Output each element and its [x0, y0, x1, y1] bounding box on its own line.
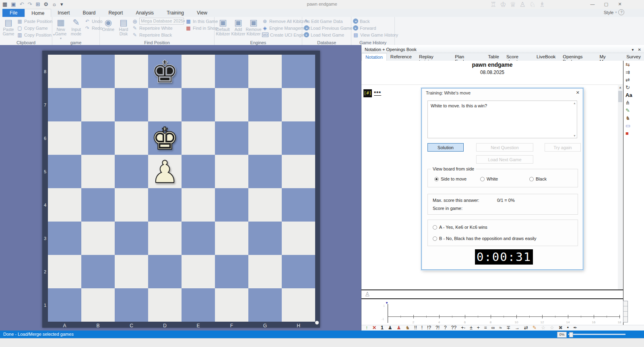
promote-variation-icon[interactable]: 1 [381, 325, 384, 331]
solution-button[interactable]: Solution [427, 143, 464, 152]
square-f1[interactable] [215, 288, 248, 322]
square-g2[interactable] [248, 255, 282, 288]
square-d4[interactable] [148, 188, 182, 222]
view-side-black-radio[interactable] [529, 177, 534, 181]
nag-blunder[interactable]: ?? [451, 325, 456, 331]
square-f4[interactable] [215, 188, 248, 222]
highlight-pen-icon[interactable]: ✎ [533, 325, 537, 331]
position-setup-icon[interactable]: ⊞ [35, 1, 40, 8]
tab-view[interactable]: View [190, 9, 214, 17]
annotation-pencil-icon[interactable]: ✎ [623, 107, 644, 114]
stop-square-icon[interactable]: ■ [623, 129, 644, 137]
paste-position-button[interactable]: ▦Paste Position [17, 18, 55, 24]
database-combobox[interactable]: ◎Mega Database 2025▾ [132, 18, 184, 24]
square-e5[interactable] [182, 155, 215, 188]
square-h1[interactable] [282, 288, 315, 322]
load-next-game-button[interactable]: ▸Load Next Game [304, 32, 352, 38]
nag-brilliant-move[interactable]: !! [414, 325, 417, 331]
white-pawn[interactable]: ♟ [148, 155, 182, 188]
board-resize-dot[interactable] [315, 321, 319, 324]
square-b1[interactable] [81, 288, 115, 322]
square-a8[interactable] [48, 55, 81, 88]
chess-board[interactable]: ♚♚♟ [48, 55, 315, 322]
settings-gear-icon[interactable]: ⚙ [43, 1, 48, 8]
tab-board[interactable]: Board [76, 9, 102, 17]
square-e4[interactable] [182, 188, 215, 222]
square-e8[interactable] [182, 55, 215, 88]
remove-kibitzer-button[interactable]: ▣RemoveKibitzer [246, 17, 261, 40]
eraser-icon[interactable]: ▭ [623, 122, 644, 129]
square-h4[interactable] [282, 188, 315, 222]
nag-interesting-move[interactable]: !? [427, 325, 431, 331]
tab-file[interactable]: File [2, 9, 25, 17]
square-c6[interactable] [115, 121, 148, 155]
square-c5[interactable] [115, 155, 148, 188]
view-side-white-radio[interactable] [480, 177, 485, 181]
more-commands-icon[interactable]: ▾ [60, 1, 63, 8]
square-c1[interactable] [115, 288, 148, 322]
star-icon[interactable]: ☆ [541, 325, 545, 331]
square-d2[interactable] [148, 255, 182, 288]
answer-a-y-radio[interactable] [433, 225, 437, 230]
tab-insert[interactable]: Insert [51, 9, 76, 17]
paste-game-button[interactable]: ▤PasteGame [1, 17, 16, 40]
star-icon-2[interactable]: ☆ [550, 325, 554, 331]
nag-white-better[interactable]: ± [470, 325, 473, 331]
view-side-side-to-move[interactable]: Side to move [434, 177, 466, 181]
square-g6[interactable] [248, 121, 282, 155]
square-b2[interactable] [81, 255, 115, 288]
square-g4[interactable] [248, 188, 282, 222]
copy-position-button[interactable]: ▥Copy Position▾ [17, 32, 55, 38]
question-scroll-down-icon[interactable]: ▼ [573, 134, 576, 137]
zoom-slider-thumb[interactable] [569, 332, 573, 337]
training-question-box[interactable]: White to move. Is this a win? ▲ ▼ [427, 101, 577, 138]
square-e3[interactable] [182, 222, 215, 255]
square-a7[interactable] [48, 88, 81, 121]
white-king[interactable]: ♚ [148, 121, 182, 155]
square-b8[interactable] [81, 55, 115, 88]
variation-arrows-icon[interactable]: ⇉ [623, 68, 644, 76]
nag-white-winning[interactable]: +- [461, 325, 465, 331]
replay-move-icon[interactable]: ↻ [623, 84, 644, 91]
text-format-icon[interactable]: Aa [623, 91, 644, 99]
help-icon[interactable]: ? [618, 9, 624, 15]
nag-white-slightly-better[interactable]: + [477, 325, 480, 331]
square-b3[interactable] [81, 222, 115, 255]
input-mode-button[interactable]: ✎Inputmode [68, 17, 84, 40]
tab-analysis[interactable]: Analysis [129, 9, 160, 17]
nag-good-arrow-icon[interactable]: ↑ [365, 325, 368, 331]
close-button[interactable]: ✕ [613, 0, 627, 8]
training-dialog-titlebar[interactable]: Training: White's move ✕ [422, 88, 583, 97]
square-a4[interactable] [48, 188, 81, 222]
nag-good-move[interactable]: ! [421, 325, 423, 331]
nag-dubious-move[interactable]: ?! [436, 325, 440, 331]
square-g3[interactable] [248, 222, 282, 255]
square-h2[interactable] [282, 255, 315, 288]
game-tree-icon[interactable]: ⋔ [623, 99, 644, 107]
square-b6[interactable] [81, 121, 115, 155]
square-e7[interactable] [182, 88, 215, 121]
next-question-button[interactable]: Next Question [476, 143, 533, 152]
square-h8[interactable] [282, 55, 315, 88]
black-pawn-icon[interactable]: ♟ [388, 325, 392, 331]
square-g8[interactable] [248, 55, 282, 88]
scrollbar-thumb[interactable] [618, 91, 622, 102]
panel-tab-openings-book[interactable]: Openings Book [559, 53, 596, 61]
in-this-game-button[interactable]: ▦In this Game [186, 18, 218, 24]
panel-tab-score-sheet[interactable]: Score sheet [503, 53, 533, 61]
new-game-button[interactable]: ▦NewGame▾ [53, 17, 68, 40]
square-e2[interactable] [182, 255, 215, 288]
evaluation-graph[interactable]: ▼1-124681012141618 [361, 299, 623, 325]
question-scroll-up-icon[interactable]: ▲ [573, 102, 576, 105]
answer-b-n-radio[interactable] [433, 236, 437, 241]
close-icon[interactable]: ✕ [576, 90, 580, 95]
square-e6[interactable] [182, 121, 215, 155]
repertoire-black-button[interactable]: ✎Repertoire Black [132, 32, 184, 38]
view-side-side-to-move-radio[interactable] [434, 177, 439, 181]
panel-tab-reference[interactable]: Reference [387, 53, 415, 61]
square-g5[interactable] [248, 155, 282, 188]
delete-move-icon[interactable]: ✕ [372, 325, 376, 331]
view-game-history-button[interactable]: ▤View Game History [353, 32, 398, 38]
square-e1[interactable] [182, 288, 215, 322]
panel-tab-survey[interactable]: Survey [623, 53, 644, 61]
